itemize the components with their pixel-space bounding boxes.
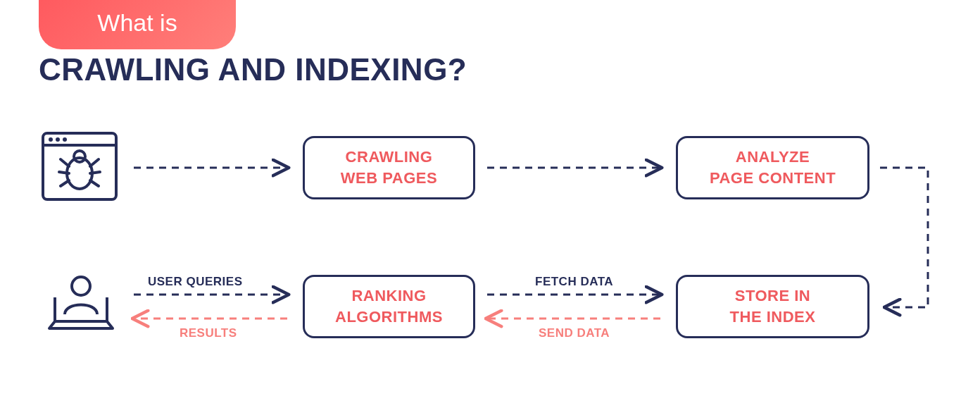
arrows-layer xyxy=(0,0,980,420)
label-results: RESULTS xyxy=(180,326,237,340)
label-user-queries: USER QUERIES xyxy=(148,275,242,289)
label-fetch-data: FETCH DATA xyxy=(535,275,613,289)
arrow-analyze-to-store xyxy=(880,168,928,307)
label-send-data: SEND DATA xyxy=(539,326,610,340)
